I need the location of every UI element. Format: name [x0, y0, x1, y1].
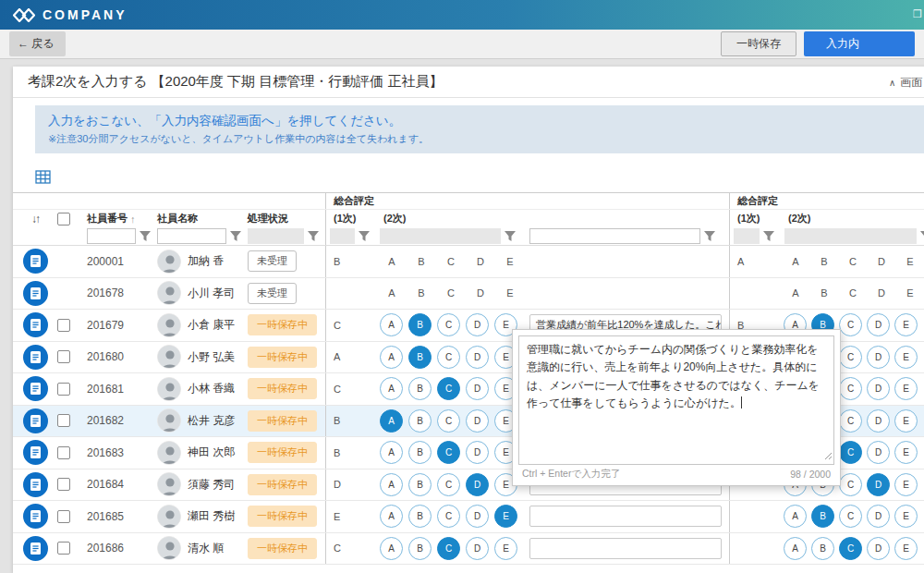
row-document-button[interactable]: [23, 345, 48, 370]
rating-option-C[interactable]: C: [437, 537, 460, 560]
rating-option-C[interactable]: C: [437, 346, 460, 369]
rating-option-D[interactable]: D: [466, 377, 489, 400]
row-checkbox[interactable]: [57, 383, 70, 396]
rating-option-B[interactable]: B: [811, 537, 834, 560]
rating-option-D[interactable]: D: [466, 505, 489, 528]
filter-funnel-icon[interactable]: [763, 231, 775, 242]
row-document-button[interactable]: [23, 504, 48, 529]
rating-option-A[interactable]: A: [380, 377, 403, 400]
rating-option-D[interactable]: D: [867, 537, 890, 560]
row-checkbox[interactable]: [57, 446, 70, 459]
rating-option-E[interactable]: E: [894, 473, 918, 496]
rating-option-B[interactable]: B: [408, 537, 432, 560]
rating-option-B[interactable]: B: [408, 473, 432, 496]
rating-option-C[interactable]: C: [437, 505, 460, 528]
comment-input[interactable]: [529, 538, 722, 559]
rating-option-C[interactable]: C: [839, 537, 862, 560]
rating-option-C[interactable]: C: [437, 441, 460, 464]
column-emp-no[interactable]: 社員番号 ↑: [81, 212, 157, 226]
rating-option-D[interactable]: D: [466, 441, 489, 464]
column-status[interactable]: 処理状況: [248, 212, 325, 226]
rating-option-D[interactable]: D: [466, 346, 489, 369]
row-checkbox[interactable]: [57, 510, 70, 523]
row-document-button[interactable]: [23, 536, 48, 561]
rating-option-C[interactable]: C: [839, 441, 862, 464]
row-checkbox[interactable]: [57, 542, 70, 555]
rating-option-C[interactable]: C: [839, 346, 862, 369]
row-checkbox[interactable]: [57, 414, 70, 427]
rating-option-A[interactable]: A: [380, 409, 403, 433]
row-document-button[interactable]: [23, 312, 48, 337]
rating-option-D[interactable]: D: [466, 537, 489, 560]
filter-comment-input[interactable]: [529, 228, 700, 244]
row-document-button[interactable]: [23, 408, 48, 433]
rating-option-B[interactable]: B: [408, 505, 432, 528]
rating-option-B[interactable]: B: [408, 441, 432, 464]
row-document-button[interactable]: [23, 440, 48, 465]
rating-option-D[interactable]: D: [867, 346, 890, 369]
back-button[interactable]: ← 戻る: [9, 31, 66, 56]
row-document-button[interactable]: [23, 281, 48, 306]
comment-editor-textarea[interactable]: 管理職に就いてからチーム内の関係づくりと業務効率化を意識的に行い、売上を前年より…: [518, 335, 834, 465]
rating-option-D[interactable]: D: [867, 313, 890, 336]
rating-option-A[interactable]: A: [380, 537, 403, 560]
temp-save-button[interactable]: 一時保存: [721, 31, 796, 56]
filter-emp-no-input[interactable]: [87, 228, 136, 244]
rating-option-E[interactable]: E: [494, 537, 517, 560]
rating-option-B[interactable]: B: [408, 377, 432, 400]
comment-input[interactable]: [529, 506, 722, 527]
rating-option-C[interactable]: C: [839, 505, 862, 528]
rating-option-E[interactable]: E: [894, 377, 918, 400]
rating-option-D[interactable]: D: [867, 409, 890, 433]
column-eval1-first[interactable]: (1次): [325, 210, 376, 227]
rating-option-D[interactable]: D: [867, 505, 890, 528]
rating-option-B[interactable]: B: [408, 313, 432, 336]
filter-funnel-icon[interactable]: [308, 231, 320, 242]
rating-option-A[interactable]: A: [380, 313, 403, 336]
filter-emp-name-input[interactable]: [157, 228, 226, 244]
row-checkbox[interactable]: [57, 478, 70, 491]
sort-icon[interactable]: ↓↑: [31, 213, 39, 226]
row-document-button[interactable]: [23, 249, 48, 274]
rating-option-C[interactable]: C: [839, 473, 862, 496]
rating-option-B[interactable]: B: [408, 346, 432, 369]
rating-option-E[interactable]: E: [894, 346, 918, 369]
row-checkbox[interactable]: [57, 350, 70, 363]
row-document-button[interactable]: [23, 472, 48, 497]
rating-option-D[interactable]: D: [867, 441, 890, 464]
rating-option-D[interactable]: D: [867, 473, 890, 496]
rating-option-C[interactable]: C: [437, 377, 460, 400]
resize-handle-icon[interactable]: [824, 452, 833, 460]
rating-option-D[interactable]: D: [466, 313, 489, 336]
rating-option-B[interactable]: B: [811, 505, 834, 528]
rating-option-C[interactable]: C: [437, 473, 460, 496]
filter-funnel-icon[interactable]: [140, 231, 152, 242]
filter-funnel-icon[interactable]: [505, 231, 517, 242]
rating-option-B[interactable]: B: [408, 409, 432, 433]
rating-option-C[interactable]: C: [839, 409, 862, 433]
column-eval2-second[interactable]: (2次): [781, 212, 924, 226]
rating-option-C[interactable]: C: [437, 409, 460, 433]
filter-funnel-icon[interactable]: [920, 231, 924, 242]
rating-option-A[interactable]: A: [784, 537, 807, 560]
row-checkbox[interactable]: [57, 319, 70, 332]
rating-option-D[interactable]: D: [466, 409, 489, 433]
rating-option-D[interactable]: D: [466, 473, 489, 496]
filter-funnel-icon[interactable]: [704, 231, 716, 242]
confirm-input-button[interactable]: 入力内: [804, 31, 915, 56]
rating-option-E[interactable]: E: [494, 505, 517, 528]
rating-option-A[interactable]: A: [380, 505, 403, 528]
rating-option-E[interactable]: E: [894, 313, 918, 336]
rating-option-C[interactable]: C: [839, 313, 862, 336]
select-all-checkbox[interactable]: [57, 213, 70, 226]
rating-option-A[interactable]: A: [380, 441, 403, 464]
column-emp-name[interactable]: 社員名称: [157, 212, 248, 226]
rating-option-E[interactable]: E: [894, 537, 918, 560]
table-grid-icon[interactable]: [35, 170, 51, 184]
screen-help-collapse-link[interactable]: ∧画面: [889, 75, 922, 91]
rating-option-E[interactable]: E: [894, 505, 918, 528]
row-document-button[interactable]: [23, 376, 48, 401]
rating-option-A[interactable]: A: [380, 473, 403, 496]
rating-option-C[interactable]: C: [437, 313, 460, 336]
rating-option-E[interactable]: E: [894, 409, 918, 433]
